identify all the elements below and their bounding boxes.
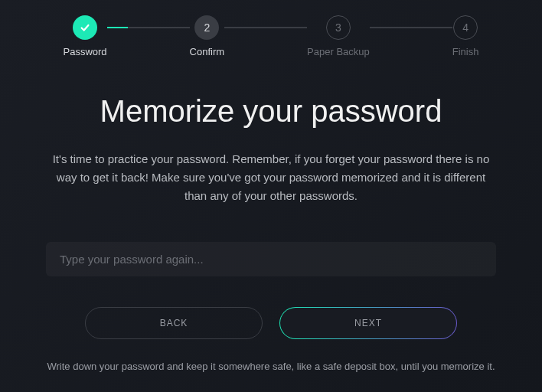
step-confirm: 2 Confirm bbox=[190, 15, 225, 57]
step-connector bbox=[370, 27, 452, 28]
step-circle-done bbox=[73, 15, 97, 40]
step-label: Finish bbox=[452, 46, 479, 57]
step-circle-pending: 3 bbox=[326, 15, 351, 40]
step-label: Password bbox=[64, 46, 107, 57]
button-row: BACK NEXT bbox=[46, 307, 496, 339]
step-circle-current: 2 bbox=[194, 15, 219, 40]
step-connector bbox=[107, 27, 190, 28]
step-finish: 4 Finish bbox=[452, 15, 479, 57]
next-button[interactable]: NEXT bbox=[279, 307, 457, 339]
step-paper-backup: 3 Paper Backup bbox=[307, 15, 370, 57]
back-button[interactable]: BACK bbox=[85, 307, 263, 339]
step-connector bbox=[224, 27, 307, 28]
page-description: It's time to practice your password. Rem… bbox=[46, 150, 496, 205]
check-icon bbox=[80, 22, 90, 33]
footer-note: Write down your password and keep it som… bbox=[46, 361, 496, 372]
password-input[interactable] bbox=[46, 242, 496, 276]
step-label: Paper Backup bbox=[307, 46, 370, 57]
stepper: Password 2 Confirm 3 Paper Backup 4 Fini… bbox=[46, 15, 496, 57]
step-password: Password bbox=[64, 15, 107, 57]
page-title: Memorize your password bbox=[46, 94, 496, 129]
password-input-wrapper bbox=[46, 242, 496, 276]
step-label: Confirm bbox=[190, 46, 225, 57]
step-circle-pending: 4 bbox=[453, 15, 478, 40]
